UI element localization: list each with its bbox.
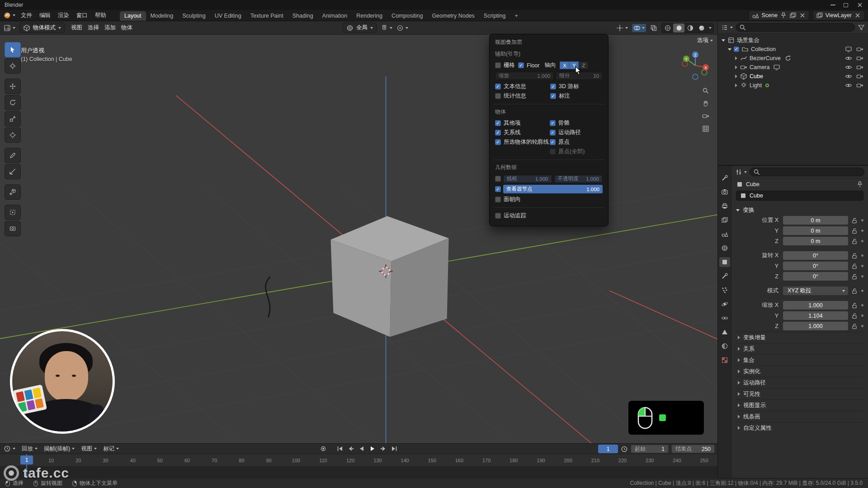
lock-icon[interactable] [851,227,858,235]
outliner-search[interactable] [736,23,855,32]
grid-checkbox-row[interactable]: 栅格 [495,61,515,70]
floor-checkbox-row[interactable]: Floor [518,61,539,70]
outliner-row-beziercurve[interactable]: BezierCurve [718,54,868,63]
render-camera-icon[interactable] [856,64,863,71]
menu-item[interactable]: 编辑 [36,11,54,20]
outliner-row-collection[interactable]: Collection [718,45,868,54]
lock-icon[interactable] [851,302,858,309]
value-field[interactable]: 0 m [783,226,848,235]
checkbox[interactable] [550,84,556,89]
opacity-field[interactable]: 不透明度 1.000 [554,175,603,183]
tab-object-data[interactable] [719,327,730,337]
transform-section-header[interactable]: 变换 [736,205,863,216]
checkbox[interactable] [550,130,556,136]
camera-view-icon[interactable] [702,113,709,120]
animate-dot[interactable] [861,219,863,221]
properties-search[interactable] [750,168,864,176]
menu-item[interactable]: 窗口 [73,11,91,20]
render-camera-icon[interactable] [856,55,863,62]
checkbox[interactable] [495,120,501,126]
blender-logo[interactable] [4,12,11,19]
viewport-menu-item[interactable]: 选择 [85,23,101,33]
value-field[interactable]: XYZ 欧拉 [783,286,848,295]
tool-annotate[interactable] [5,148,21,163]
overlays-toggle[interactable] [632,24,646,32]
viewer-node-slider[interactable]: 查看器节点 1.000 [503,185,603,193]
value-field[interactable]: 1.104 [783,311,848,320]
face-orientation-row[interactable]: 面朝向 [495,195,521,204]
workspace-tab[interactable]: Layout [120,11,146,21]
value-field[interactable]: 0 m [783,216,848,225]
eye-icon[interactable] [845,55,852,62]
outliner-search-input[interactable] [749,24,851,31]
expand-icon[interactable] [728,48,731,51]
viewport-menu-item[interactable]: 视图 [69,23,85,33]
monitor-visibility-icon[interactable] [845,46,852,53]
minimize-icon[interactable] [830,5,835,5]
lock-icon[interactable] [851,252,858,259]
animate-dot[interactable] [861,230,863,232]
overlay-toggle-row[interactable]: 所选物体的轮廓线 [495,137,548,147]
prev-keyframe-button[interactable] [346,445,356,453]
tab-tool[interactable] [719,173,730,183]
lock-icon[interactable] [851,323,858,330]
menu-item[interactable]: 文件 [17,11,36,20]
filter-icon[interactable] [858,24,865,31]
tool-select-box[interactable] [5,42,21,57]
checkbox[interactable] [550,93,556,99]
lock-icon[interactable] [851,312,858,319]
frame-start-field[interactable]: 起始 1 [631,445,669,453]
overlay-toggle-row[interactable]: 关系线 [495,128,548,137]
checkbox[interactable] [550,120,556,126]
value-field[interactable]: 1.000 [783,301,848,310]
wireframe-checkbox[interactable] [495,176,501,182]
value-field[interactable]: 0° [783,262,848,270]
workspace-tab[interactable]: Texture Paint [246,11,288,21]
overlay-toggle-row[interactable]: 文本信息 [495,82,547,91]
collection-checkbox[interactable] [734,47,739,52]
tab-constraints[interactable] [719,313,730,323]
close-icon[interactable] [799,12,806,19]
value-field[interactable]: 1.000 [783,322,848,330]
shading-solid-button[interactable] [673,23,684,33]
shading-wireframe-button[interactable] [662,23,673,33]
eye-icon[interactable] [845,64,852,71]
checkbox[interactable] [495,197,501,202]
viewport-menu-item[interactable]: 添加 [102,23,118,33]
lock-icon[interactable] [851,263,858,270]
proportional-edit-toggle[interactable] [396,24,408,32]
pin-icon[interactable] [856,181,863,188]
tab-render[interactable] [719,187,730,197]
outliner-row-light[interactable]: Light [718,81,868,90]
tab-object[interactable] [719,257,730,267]
timeline-menu-item[interactable]: 标记 [103,445,119,453]
next-keyframe-button[interactable] [379,445,388,453]
collapsed-section-header[interactable]: 可见性 [736,388,863,399]
tool-move[interactable] [5,79,21,94]
menu-item[interactable]: 渲染 [54,11,73,20]
mode-dropdown[interactable]: 物体模式 [19,23,65,33]
timeline-menu-item[interactable]: 视图 [81,445,97,453]
value-field[interactable]: 0 m [783,237,848,245]
scene-selector[interactable]: Scene [749,10,809,20]
preview-range-clock-icon[interactable] [621,446,628,453]
tab-output[interactable] [719,201,730,211]
auto-keying-button[interactable] [319,445,328,453]
viewport-3d[interactable]: 物体模式 视图选择添加物体 全局 [0,21,717,443]
checkbox[interactable] [495,130,501,136]
tab-material[interactable] [719,341,730,351]
render-camera-icon[interactable] [856,73,863,80]
overlay-toggle-row[interactable]: 标注 [550,91,603,101]
workspace-tab[interactable]: Compositing [387,11,427,21]
eye-icon[interactable] [845,73,852,80]
animate-dot[interactable] [861,304,863,306]
collapsed-section-header[interactable]: 运动路径 [736,377,863,388]
animate-dot[interactable] [861,314,863,317]
value-field[interactable]: 0° [783,272,848,281]
workspace-tab[interactable]: Shading [288,11,318,21]
tab-physics[interactable] [719,299,730,309]
checkbox[interactable] [550,149,556,155]
lock-icon[interactable] [851,217,858,224]
viewport-options-dropdown[interactable]: 选项 [697,37,713,44]
overlay-toggle-row[interactable]: 3D 游标 [550,82,603,91]
